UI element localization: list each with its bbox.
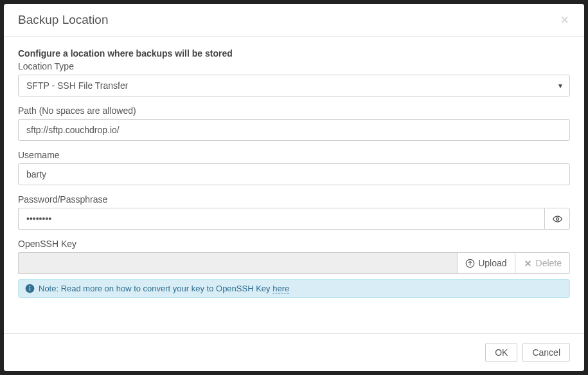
openssh-label: OpenSSH Key bbox=[18, 239, 570, 249]
location-type-select-wrap: SFTP - SSH File Transfer ▼ bbox=[18, 75, 570, 96]
svg-point-4 bbox=[30, 286, 31, 288]
modal-title: Backup Location bbox=[18, 13, 109, 27]
ok-button[interactable]: OK bbox=[485, 343, 517, 362]
password-input[interactable] bbox=[18, 208, 544, 230]
delete-button[interactable]: Delete bbox=[515, 252, 570, 274]
toggle-password-visibility-button[interactable] bbox=[544, 208, 570, 230]
delete-button-label: Delete bbox=[536, 258, 562, 268]
location-type-select[interactable]: SFTP - SSH File Transfer bbox=[18, 75, 570, 96]
modal-body: Configure a location where backups will … bbox=[4, 37, 584, 333]
path-group: Path (No spaces are allowed) bbox=[18, 105, 570, 141]
cancel-button[interactable]: Cancel bbox=[522, 343, 570, 362]
username-label: Username bbox=[18, 150, 570, 160]
modal-header: Backup Location × bbox=[4, 4, 584, 37]
openssh-group: OpenSSH Key Upload bbox=[18, 239, 570, 298]
location-type-group: Location Type SFTP - SSH File Transfer ▼ bbox=[18, 61, 570, 96]
svg-point-0 bbox=[556, 217, 558, 220]
openssh-path-display bbox=[18, 252, 457, 274]
openssh-note-link[interactable]: here bbox=[272, 284, 289, 294]
modal-footer: OK Cancel bbox=[4, 333, 584, 371]
username-group: Username bbox=[18, 150, 570, 185]
location-type-label: Location Type bbox=[18, 61, 570, 71]
info-icon bbox=[25, 284, 35, 293]
openssh-note-alert: Note: Read more on how to convert your k… bbox=[18, 279, 570, 298]
backup-location-modal: Backup Location × Configure a location w… bbox=[4, 4, 584, 371]
openssh-note-prefix: Note: Read more on how to convert your k… bbox=[39, 284, 272, 293]
upload-button[interactable]: Upload bbox=[457, 252, 514, 274]
path-label: Path (No spaces are allowed) bbox=[18, 105, 570, 116]
openssh-note-text: Note: Read more on how to convert your k… bbox=[39, 284, 289, 293]
password-group: Password/Passphrase bbox=[18, 194, 570, 230]
password-row bbox=[18, 208, 570, 230]
path-input[interactable] bbox=[18, 119, 570, 141]
form-instruction: Configure a location where backups will … bbox=[18, 48, 570, 59]
upload-icon bbox=[465, 259, 475, 268]
svg-rect-3 bbox=[30, 288, 30, 291]
username-input[interactable] bbox=[18, 163, 570, 185]
delete-icon bbox=[523, 259, 533, 268]
openssh-row: Upload Delete bbox=[18, 252, 570, 274]
eye-icon bbox=[553, 214, 562, 224]
password-label: Password/Passphrase bbox=[18, 194, 570, 205]
close-button[interactable]: × bbox=[558, 13, 571, 27]
upload-button-label: Upload bbox=[478, 258, 506, 268]
